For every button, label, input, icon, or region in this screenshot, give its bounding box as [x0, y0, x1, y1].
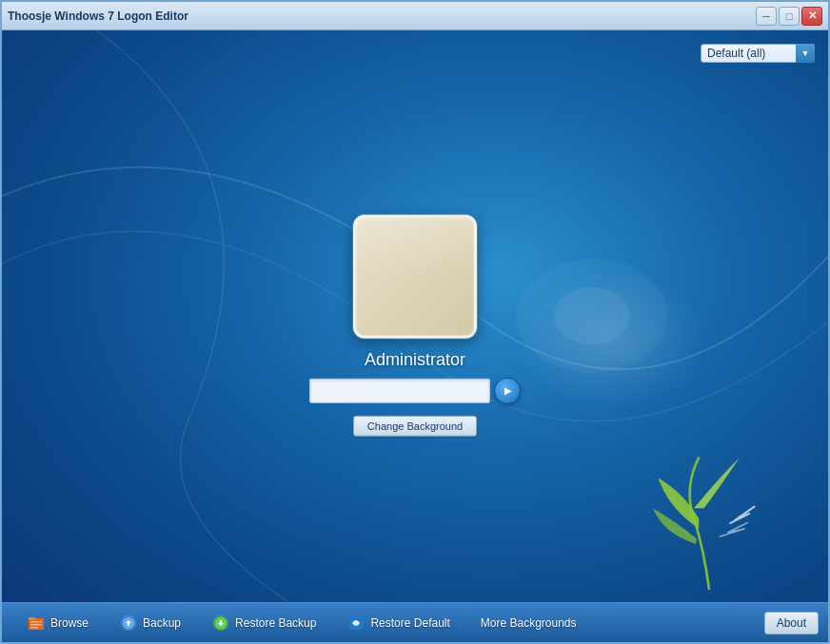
- more-backgrounds-label: More Backgrounds: [481, 616, 577, 630]
- about-button[interactable]: About: [764, 612, 819, 634]
- svg-rect-4: [30, 621, 42, 623]
- filter-select[interactable]: Default (all) Light Dark Custom: [701, 44, 815, 63]
- titlebar: Thoosje Windows 7 Logon Editor ─ □ ✕: [2, 2, 828, 30]
- restore-default-label: Restore Default: [370, 616, 449, 630]
- backup-label: Backup: [143, 616, 181, 630]
- filter-dropdown-container: Default (all) Light Dark Custom ▼: [701, 44, 815, 63]
- change-background-button[interactable]: Change Background: [353, 415, 477, 436]
- app-window: Thoosje Windows 7 Logon Editor ─ □ ✕: [0, 0, 830, 644]
- more-backgrounds-button[interactable]: More Backgrounds: [465, 603, 592, 642]
- password-row: [309, 377, 521, 403]
- restore-backup-button[interactable]: Restore Backup: [196, 603, 331, 642]
- maximize-button[interactable]: □: [779, 7, 800, 26]
- login-area: Administrator Change Background: [309, 214, 521, 436]
- avatar-shine: [356, 217, 474, 276]
- svg-rect-6: [30, 627, 38, 629]
- browse-button[interactable]: Browse: [11, 603, 104, 642]
- restore-backup-icon: [211, 614, 230, 633]
- minimize-button[interactable]: ─: [756, 7, 777, 26]
- restore-default-icon: [346, 614, 366, 633]
- restore-default-button[interactable]: Restore Default: [331, 603, 464, 642]
- browse-label: Browse: [50, 616, 89, 630]
- browse-icon: [27, 614, 46, 633]
- backup-icon: [119, 614, 138, 633]
- go-button[interactable]: [494, 377, 521, 403]
- svg-point-1: [554, 287, 630, 344]
- filter-select-wrapper: Default (all) Light Dark Custom ▼: [701, 44, 815, 63]
- password-input[interactable]: [309, 378, 490, 402]
- plant-decoration: [647, 447, 771, 590]
- toolbar: Browse Backup Restore Backup: [2, 602, 828, 642]
- avatar-container: [353, 214, 477, 338]
- backup-button[interactable]: Backup: [104, 603, 196, 642]
- restore-backup-label: Restore Backup: [235, 616, 316, 630]
- window-controls: ─ □ ✕: [756, 7, 822, 26]
- window-title: Thoosje Windows 7 Logon Editor: [8, 10, 188, 23]
- main-area: Default (all) Light Dark Custom ▼ Admini…: [2, 30, 828, 642]
- username-label: Administrator: [365, 349, 465, 369]
- svg-rect-3: [29, 617, 35, 620]
- close-button[interactable]: ✕: [801, 7, 822, 26]
- svg-rect-5: [30, 624, 42, 626]
- avatar: [353, 214, 477, 338]
